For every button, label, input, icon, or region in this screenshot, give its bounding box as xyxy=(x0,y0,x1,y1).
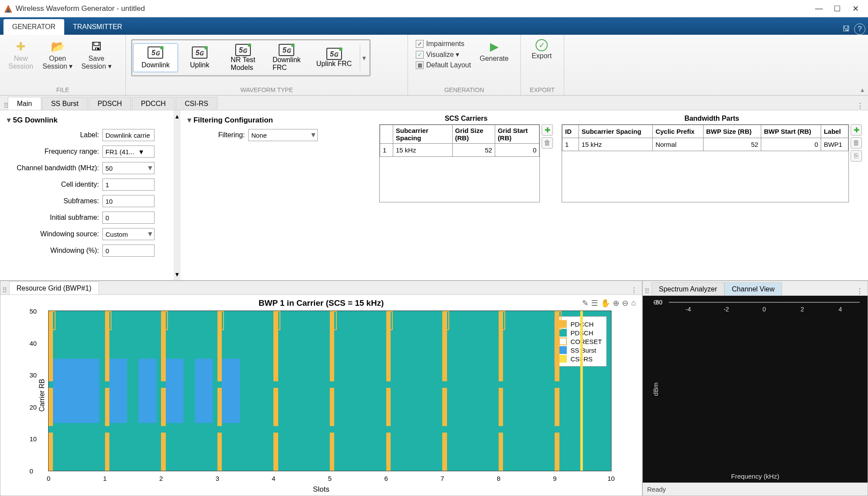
label-bw: Channel bandwidth (MHz): xyxy=(7,164,102,172)
scs-table[interactable]: Subcarrier SpacingGrid Size (RB)Grid Sta… xyxy=(380,125,539,157)
cursor-icon[interactable]: ☰ xyxy=(591,298,598,308)
add-row-button[interactable]: ✚ xyxy=(542,124,553,136)
tab-transmitter[interactable]: TRANSMITTER xyxy=(64,19,131,35)
waveform-nrtest-button[interactable]: 5ɢ NR Test Models xyxy=(221,41,265,74)
layout-icon: ▦ xyxy=(416,61,424,69)
spec-x-label: Frequency (kHz) xyxy=(731,473,779,480)
pan-icon[interactable]: ✋ xyxy=(601,298,610,308)
close-button[interactable]: ✕ xyxy=(846,1,865,17)
filtering-select[interactable] xyxy=(248,129,318,141)
resource-grid-chart[interactable]: PDCCH PDSCH CORESET SS Burst CSI-RS 0102… xyxy=(48,311,612,471)
title-bar: Wireless Waveform Generator - untitled —… xyxy=(0,0,868,17)
form-5g-downlink: 5G Downlink Label: Frequency range: Chan… xyxy=(0,110,174,280)
save-session-button[interactable]: 🖫 Save Session ▾ xyxy=(77,37,115,72)
label-winpct: Windowing (%): xyxy=(7,247,102,255)
delete-row-button[interactable]: 🗑 xyxy=(542,137,553,149)
visualize-menu[interactable]: ✓Visualize ▾ xyxy=(416,50,471,59)
table-row: 115 kHzNormal520BWP1 xyxy=(562,138,848,151)
cell-input[interactable] xyxy=(102,179,155,191)
y-axis-label: Carrier RB xyxy=(38,379,46,412)
floppy-icon: 🖫 xyxy=(89,39,104,54)
label-winsrc: Windowing source: xyxy=(7,230,102,238)
maximize-button[interactable]: ☐ xyxy=(828,1,846,17)
zoom-out-icon[interactable]: ⊖ xyxy=(622,298,628,308)
initsf-input[interactable] xyxy=(102,212,155,224)
bwp-table[interactable]: IDSubcarrier SpacingCyclic PrefixBWP Siz… xyxy=(562,125,848,151)
panel-overflow-icon[interactable]: ⋮ xyxy=(852,287,868,295)
plus-icon: ✚ xyxy=(13,39,28,54)
help-icon[interactable]: ? xyxy=(854,23,865,35)
tab-resource-grid[interactable]: Resource Grid (BWP#1) xyxy=(9,281,99,294)
collapse-ribbon-icon[interactable]: ▴ xyxy=(858,86,866,93)
check-icon: ✓ xyxy=(416,51,424,59)
freqrange-select[interactable] xyxy=(102,145,155,158)
form-scrollbar[interactable]: ▴▾ xyxy=(174,110,181,280)
tab-overflow-icon[interactable]: ⋮ xyxy=(852,102,868,110)
play-icon: ▶ xyxy=(487,39,502,54)
delete-row-button[interactable]: 🗑 xyxy=(851,137,862,149)
bwp-table-wrap: Bandwidth Parts IDSubcarrier SpacingCycl… xyxy=(562,113,862,278)
label-input[interactable] xyxy=(102,129,155,141)
waveform-ulfrc-button[interactable]: 5ɢ Uplink FRC xyxy=(309,45,360,70)
tab-ssburst[interactable]: SS Burst xyxy=(42,97,88,110)
group-label-export: EXPORT xyxy=(521,86,564,95)
generate-button[interactable]: ▶ Generate xyxy=(475,37,513,64)
label-filtering: Filtering: xyxy=(187,131,248,139)
group-label-wave: WAVEFORM TYPE xyxy=(126,86,408,95)
checkbox-icon: ⤢ xyxy=(416,40,424,48)
spec-y-label: dBm xyxy=(652,383,659,396)
5g-icon: 5ɢ xyxy=(326,48,342,60)
export-button[interactable]: ✓ Export xyxy=(524,37,559,62)
brush-icon[interactable]: ✎ xyxy=(582,298,589,308)
5g-icon: 5ɢ xyxy=(192,46,207,59)
group-label-gen: GENERATION xyxy=(408,86,520,95)
default-layout-button[interactable]: ▦Default Layout xyxy=(416,61,471,69)
subframes-input[interactable] xyxy=(102,195,155,207)
impairments-toggle[interactable]: ⤢Impairments xyxy=(416,40,471,48)
waveform-uplink-button[interactable]: 5ɢ Uplink xyxy=(178,44,221,72)
tab-pdsch[interactable]: PDSCH xyxy=(89,97,131,110)
waveform-dlfrc-button[interactable]: 5ɢ Downlink FRC xyxy=(265,41,309,74)
x-axis-label: Slots xyxy=(313,485,329,494)
label-label: Label: xyxy=(7,131,102,139)
tab-generator[interactable]: GENERATOR xyxy=(3,19,64,35)
config-tab-bar: ⠿ Main SS Burst PDSCH PDCCH CSI-RS ⋮ xyxy=(0,96,868,110)
section-5g-downlink[interactable]: 5G Downlink xyxy=(7,116,167,125)
tab-spectrum-analyzer[interactable]: Spectrum Analyzer xyxy=(651,282,724,295)
scs-title: SCS Carriers xyxy=(379,113,553,124)
winpct-input[interactable] xyxy=(102,245,155,257)
new-session-button: ✚ New Session xyxy=(3,37,38,72)
label-subframes: Subframes: xyxy=(7,197,102,205)
copy-row-button[interactable]: ⎘ xyxy=(851,150,862,162)
tab-pdcch[interactable]: PDCCH xyxy=(132,97,175,110)
home-icon[interactable]: ⌂ xyxy=(631,298,636,308)
label-cell: Cell identity: xyxy=(7,181,102,188)
chart-toolbar: ✎ ☰ ✋ ⊕ ⊖ ⌂ xyxy=(582,298,636,308)
resource-grid-panel: ⠿ Resource Grid (BWP#1) ⋮ BWP 1 in Carri… xyxy=(0,281,642,496)
zoom-in-icon[interactable]: ⊕ xyxy=(613,298,619,308)
tab-channel-view[interactable]: Channel View xyxy=(724,282,782,295)
tab-csirs[interactable]: CSI-RS xyxy=(176,97,217,110)
scs-carriers-table-wrap: SCS Carriers Subcarrier SpacingGrid Size… xyxy=(379,113,553,278)
waveform-downlink-button[interactable]: 5ɢ Downlink xyxy=(133,43,178,72)
save-icon[interactable]: 🖫 xyxy=(840,23,852,35)
table-row: 115 kHz520 xyxy=(380,144,539,157)
5g-icon: 5ɢ xyxy=(279,44,294,56)
panel-overflow-icon[interactable]: ⋮ xyxy=(626,286,642,294)
spectrum-panel: ⠿ Spectrum Analyzer Channel View ⋮ dBm F… xyxy=(642,281,868,496)
label-initsf: Initial subframe: xyxy=(7,214,102,222)
minimize-button[interactable]: — xyxy=(810,1,828,17)
add-row-button[interactable]: ✚ xyxy=(851,124,862,136)
main-tab-bar: GENERATOR TRANSMITTER 🖫 ? xyxy=(0,17,868,35)
check-circle-icon: ✓ xyxy=(536,39,548,51)
waveform-dropdown[interactable]: ▾ xyxy=(360,45,368,71)
config-area: 5G Downlink Label: Frequency range: Chan… xyxy=(0,110,868,281)
tab-main[interactable]: Main xyxy=(8,97,41,110)
section-filtering[interactable]: Filtering Configuration xyxy=(187,116,356,125)
status-bar: Ready xyxy=(643,483,868,496)
folder-open-icon: 📂 xyxy=(50,39,65,54)
group-label-file: FILE xyxy=(0,86,125,95)
open-session-button[interactable]: 📂 Open Session ▾ xyxy=(38,37,77,72)
spectrum-chart[interactable]: -60-300-4-2024 xyxy=(669,302,860,303)
form-filtering: Filtering Configuration Filtering:▼ xyxy=(181,110,363,280)
